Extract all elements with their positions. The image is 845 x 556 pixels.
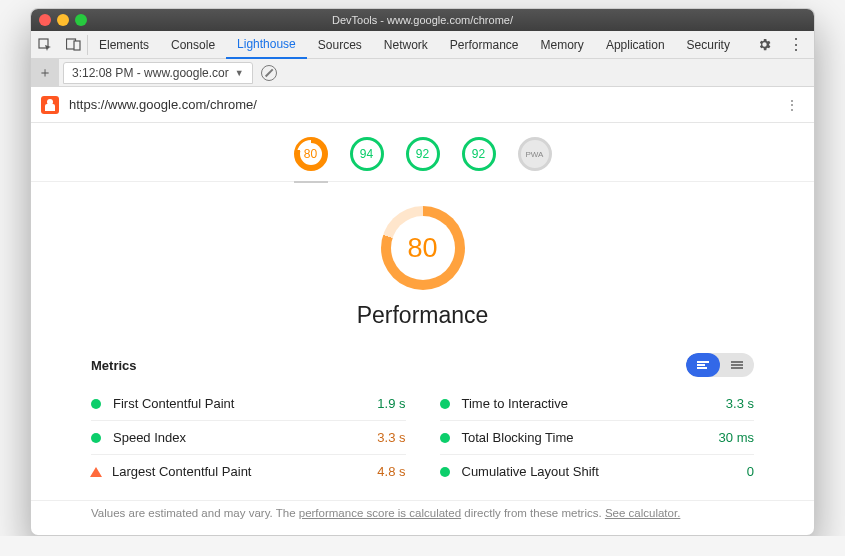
pass-dot-icon (440, 399, 450, 409)
performance-score: 80 (407, 233, 437, 264)
metric-row: Largest Contentful Paint4.8 s (91, 454, 406, 488)
metric-row: Time to Interactive3.3 s (440, 387, 755, 420)
metric-name: First Contentful Paint (113, 396, 234, 411)
pass-dot-icon (91, 433, 101, 443)
view-toggle (686, 353, 754, 377)
window-title: DevTools - www.google.com/chrome/ (31, 9, 814, 31)
report-selector-bar: ＋ 3:12:08 PM - www.google.cor ▼ (31, 59, 814, 87)
tab-application[interactable]: Application (595, 31, 676, 59)
warning-triangle-icon (90, 467, 102, 477)
more-options-icon[interactable]: ⋮ (778, 35, 814, 54)
performance-title: Performance (357, 302, 489, 329)
minimize-window-button[interactable] (57, 14, 69, 26)
performance-gauge: 80 (381, 206, 465, 290)
metric-row: Speed Index3.3 s (91, 420, 406, 454)
settings-gear-icon[interactable] (750, 31, 778, 59)
device-toolbar-icon[interactable] (59, 31, 87, 59)
metric-row: Cumulative Layout Shift0 (440, 454, 755, 488)
metric-name: Speed Index (113, 430, 186, 445)
category-gauge-3[interactable]: 92 (462, 137, 496, 173)
performance-section: 80 Performance (31, 182, 814, 341)
metric-row: Total Blocking Time30 ms (440, 420, 755, 454)
metrics-grid: First Contentful Paint1.9 sTime to Inter… (31, 381, 814, 498)
pass-dot-icon (91, 399, 101, 409)
report-url-row: https://www.google.com/chrome/ ⋮ (31, 87, 814, 123)
tab-elements[interactable]: Elements (88, 31, 160, 59)
clear-icon[interactable] (261, 65, 277, 81)
devtools-window: DevTools - www.google.com/chrome/ Elemen… (30, 8, 815, 536)
metric-name: Largest Contentful Paint (112, 464, 251, 479)
tab-sources[interactable]: Sources (307, 31, 373, 59)
category-gauge-0[interactable]: 80 (294, 137, 328, 183)
pass-dot-icon (440, 467, 450, 477)
metric-value: 0 (747, 464, 754, 479)
score-calc-link[interactable]: performance score is calculated (299, 507, 461, 519)
report-tab[interactable]: 3:12:08 PM - www.google.cor ▼ (63, 62, 253, 84)
category-gauge-4[interactable]: PWA (518, 137, 552, 173)
new-report-button[interactable]: ＋ (31, 59, 59, 87)
report-timestamp: 3:12:08 PM (72, 66, 133, 80)
metric-value: 4.8 s (377, 464, 405, 479)
tab-console[interactable]: Console (160, 31, 226, 59)
metrics-header: Metrics (31, 341, 814, 381)
lighthouse-icon (41, 96, 59, 114)
devtools-tab-strip: ElementsConsoleLighthouseSourcesNetworkP… (31, 31, 814, 59)
metric-value: 1.9 s (377, 396, 405, 411)
tab-network[interactable]: Network (373, 31, 439, 59)
titlebar: DevTools - www.google.com/chrome/ (31, 9, 814, 31)
tab-security[interactable]: Security (676, 31, 741, 59)
window-controls (39, 14, 87, 26)
report-host: www.google.cor (144, 66, 229, 80)
category-gauges: 80949292PWA (31, 123, 814, 182)
category-gauge-1[interactable]: 94 (350, 137, 384, 173)
see-calculator-link[interactable]: See calculator. (605, 507, 680, 519)
metric-value: 3.3 s (377, 430, 405, 445)
inspect-element-icon[interactable] (31, 31, 59, 59)
dropdown-caret-icon: ▼ (235, 68, 244, 78)
category-gauge-2[interactable]: 92 (406, 137, 440, 173)
metric-name: Cumulative Layout Shift (462, 464, 599, 479)
metric-value: 3.3 s (726, 396, 754, 411)
tab-lighthouse[interactable]: Lighthouse (226, 31, 307, 59)
audited-url: https://www.google.com/chrome/ (69, 97, 257, 112)
metrics-footer: Values are estimated and may vary. The p… (31, 500, 814, 535)
tab-memory[interactable]: Memory (530, 31, 595, 59)
collapsed-view-button[interactable] (720, 353, 754, 377)
metric-name: Total Blocking Time (462, 430, 574, 445)
report-menu-icon[interactable]: ⋮ (771, 97, 814, 113)
metrics-heading: Metrics (91, 358, 137, 373)
maximize-window-button[interactable] (75, 14, 87, 26)
metric-row: First Contentful Paint1.9 s (91, 387, 406, 420)
tab-performance[interactable]: Performance (439, 31, 530, 59)
close-window-button[interactable] (39, 14, 51, 26)
svg-rect-2 (74, 41, 80, 50)
metric-name: Time to Interactive (462, 396, 568, 411)
pass-dot-icon (440, 433, 450, 443)
metric-value: 30 ms (719, 430, 754, 445)
expanded-view-button[interactable] (686, 353, 720, 377)
